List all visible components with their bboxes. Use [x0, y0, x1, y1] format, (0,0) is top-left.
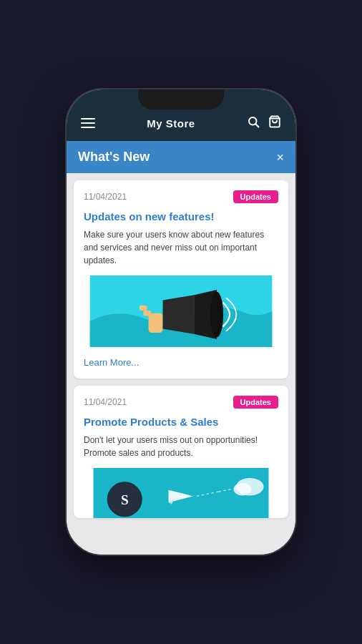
nav-title: My Store — [147, 117, 195, 130]
nav-actions — [247, 115, 281, 131]
svg-point-19 — [234, 483, 252, 496]
card-1-learn-more[interactable]: Learn More... — [84, 357, 139, 368]
card-1-description: Make sure your users know about new feat… — [84, 228, 278, 267]
card-2-title: Promote Products & Sales — [84, 416, 278, 428]
svg-rect-6 — [140, 306, 147, 311]
card-2-description: Don't let your users miss out on opportu… — [84, 434, 278, 459]
phone-frame: My Store What's New — [67, 89, 295, 555]
menu-icon[interactable] — [81, 118, 95, 128]
svg-point-0 — [249, 117, 257, 125]
svg-rect-4 — [149, 313, 163, 333]
card-2-badge: Updates — [233, 396, 278, 409]
news-card-1: 11/04/2021 Updates Updates on new featur… — [74, 180, 288, 379]
card-1-badge: Updates — [233, 190, 278, 203]
card-2-meta: 11/04/2021 Updates — [84, 396, 278, 409]
card-2-image: S — [84, 468, 278, 518]
search-icon[interactable] — [247, 115, 260, 131]
svg-rect-5 — [143, 311, 151, 316]
svg-line-1 — [256, 125, 259, 127]
whats-new-banner: What's New × — [67, 141, 295, 173]
cart-icon[interactable] — [268, 115, 281, 131]
close-button[interactable]: × — [276, 151, 284, 164]
content-area: 11/04/2021 Updates Updates on new featur… — [67, 173, 295, 555]
card-1-title: Updates on new features! — [84, 210, 278, 223]
svg-point-9 — [210, 292, 223, 338]
card-2-date: 11/04/2021 — [84, 397, 127, 407]
card-1-image — [84, 275, 278, 347]
phone-notch — [138, 89, 224, 109]
svg-marker-7 — [163, 295, 195, 334]
phone-screen: My Store What's New — [67, 89, 295, 555]
news-card-2: 11/04/2021 Updates Promote Products & Sa… — [74, 386, 288, 518]
card-1-meta: 11/04/2021 Updates — [84, 190, 278, 203]
svg-text:S: S — [121, 492, 129, 507]
card-1-date: 11/04/2021 — [84, 192, 127, 202]
whats-new-title: What's New — [78, 150, 150, 165]
